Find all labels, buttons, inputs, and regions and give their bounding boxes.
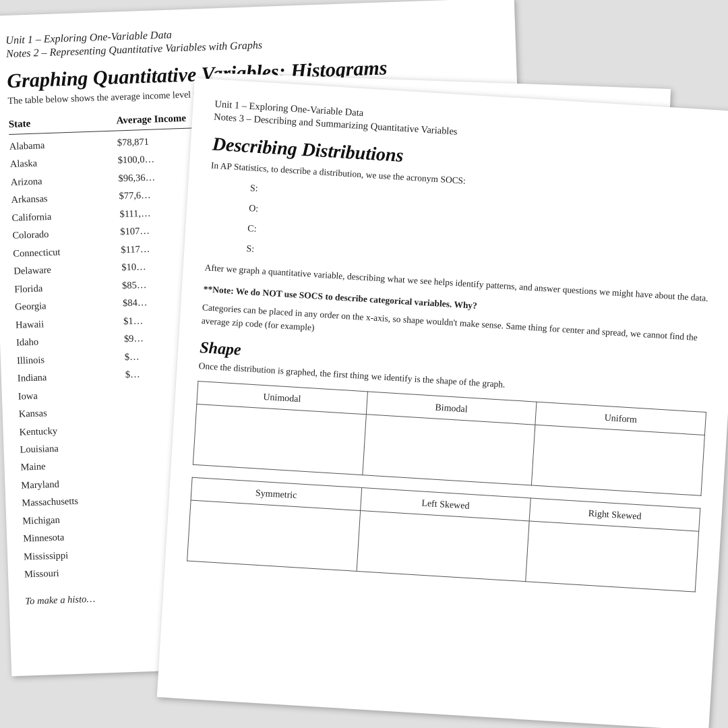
income-row: $96,36…	[118, 166, 200, 187]
page-distributions: Unit 1 – Exploring One-Variable Data Not…	[157, 78, 728, 728]
uniform-cell	[532, 425, 705, 495]
state-header: State	[8, 115, 117, 135]
left-skewed-cell	[357, 511, 530, 582]
symmetric-cell	[187, 500, 361, 571]
bimodal-cell	[363, 415, 536, 485]
income-header: Average Income	[116, 112, 198, 131]
state-row: Missouri	[24, 562, 133, 583]
income-row: $78,871	[117, 131, 198, 152]
shape-table-2: Symmetric Left Skewed Right Skewed	[187, 477, 700, 593]
unimodal-cell	[193, 404, 366, 475]
shape-table-1: Unimodal Bimodal Uniform	[193, 381, 706, 496]
state-column: State Alabama Alaska Arizona Arkansas Ca…	[8, 115, 132, 583]
income-row: $100,0…	[117, 149, 199, 170]
right-skewed-cell	[526, 521, 699, 592]
